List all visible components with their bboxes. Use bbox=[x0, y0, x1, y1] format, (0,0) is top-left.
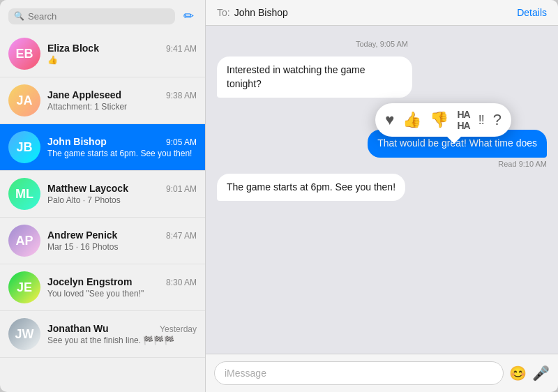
conv-info: Matthew Laycock 9:01 AM Palo Alto · 7 Ph… bbox=[47, 183, 197, 205]
avatar: JW bbox=[8, 318, 40, 350]
conv-time: 9:01 AM bbox=[166, 184, 197, 194]
conv-name: Jane Appleseed bbox=[47, 89, 121, 100]
chat-header-to: To: John Bishop bbox=[217, 7, 288, 18]
conv-time: 9:41 AM bbox=[166, 44, 197, 54]
conv-name: Matthew Laycock bbox=[47, 183, 128, 194]
avatar: EB bbox=[8, 38, 40, 70]
read-status: Read 9:10 AM bbox=[498, 160, 547, 168]
tapback-exclaim-icon[interactable]: ‼ bbox=[478, 113, 485, 128]
conversation-item[interactable]: JA Jane Appleseed 9:38 AM Attachment: 1 … bbox=[0, 77, 205, 124]
messages-area: Today, 9:05 AM Interested in watching th… bbox=[206, 26, 558, 354]
conv-preview: Palo Alto · 7 Photos bbox=[47, 195, 197, 205]
message-row-received2: The game starts at 6pm. See you then! bbox=[217, 174, 547, 202]
conv-preview: Mar 15 · 16 Photos bbox=[47, 242, 197, 252]
conv-preview: You loved "See you then!" bbox=[47, 289, 197, 299]
avatar: ML bbox=[8, 178, 40, 210]
conv-time: Yesterday bbox=[160, 324, 197, 334]
conv-time: 8:30 AM bbox=[166, 278, 197, 287]
recipient-name: John Bishop bbox=[234, 7, 288, 18]
conv-preview: 👍 bbox=[47, 55, 197, 65]
conv-preview: See you at the finish line. 🏁🏁🏁 bbox=[47, 336, 197, 345]
conv-time: 9:05 AM bbox=[166, 137, 197, 147]
search-input[interactable] bbox=[28, 11, 169, 22]
tapback-heart-icon[interactable]: ♥ bbox=[385, 111, 394, 129]
chat-area: To: John Bishop Details Today, 9:05 AM I… bbox=[206, 0, 558, 392]
tapback-thumbsdown-icon[interactable]: 👎 bbox=[430, 111, 448, 129]
conversation-item[interactable]: AP Andrew Penick 8:47 AM Mar 15 · 16 Pho… bbox=[0, 218, 205, 264]
message-row-sent: ♥ 👍 👎 HAHA ‼ ? That would be great! What… bbox=[217, 103, 547, 168]
chat-header: To: John Bishop Details bbox=[206, 0, 558, 26]
tapback-haha-icon[interactable]: HAHA bbox=[457, 109, 469, 131]
tapback-popup: ♥ 👍 👎 HAHA ‼ ? bbox=[375, 103, 511, 137]
dictate-button[interactable]: 🎤 bbox=[532, 365, 550, 382]
conv-name: Eliza Block bbox=[47, 43, 99, 54]
details-button[interactable]: Details bbox=[517, 7, 547, 18]
conversation-item[interactable]: JE Jocelyn Engstrom 8:30 AM You loved "S… bbox=[0, 264, 205, 311]
conversation-item[interactable]: EB Eliza Block 9:41 AM 👍 bbox=[0, 31, 205, 77]
message-input[interactable]: iMessage bbox=[214, 361, 504, 385]
conversation-list: EB Eliza Block 9:41 AM 👍 JA Jane Applese… bbox=[0, 31, 205, 392]
input-area: iMessage 😊 🎤 bbox=[206, 354, 558, 392]
compose-button[interactable]: ✏ bbox=[181, 7, 197, 25]
avatar: JA bbox=[8, 84, 40, 116]
conv-info: Jocelyn Engstrom 8:30 AM You loved "See … bbox=[47, 276, 197, 299]
sidebar: 🔍 ✏ EB Eliza Block 9:41 AM 👍 JA Jane App… bbox=[0, 0, 206, 392]
search-icon: 🔍 bbox=[14, 11, 24, 21]
conv-name: John Bishop bbox=[47, 136, 107, 147]
avatar: AP bbox=[8, 225, 40, 257]
conv-preview: Attachment: 1 Sticker bbox=[47, 102, 197, 112]
avatar: JE bbox=[8, 271, 40, 303]
tapback-thumbsup-icon[interactable]: 👍 bbox=[402, 111, 421, 129]
to-label: To: bbox=[217, 7, 230, 18]
conv-name: Jocelyn Engstrom bbox=[47, 276, 132, 287]
sidebar-header: 🔍 ✏ bbox=[0, 0, 205, 31]
message-row: Interested in watching the game tonight? bbox=[217, 56, 547, 98]
conversation-item[interactable]: JB John Bishop 9:05 AM The game starts a… bbox=[0, 124, 205, 171]
conversation-item[interactable]: JW Jonathan Wu Yesterday See you at the … bbox=[0, 311, 205, 358]
timestamp-label: Today, 9:05 AM bbox=[217, 40, 547, 48]
conv-preview: The game starts at 6pm. See you then! bbox=[47, 149, 197, 158]
conv-info: John Bishop 9:05 AM The game starts at 6… bbox=[47, 136, 197, 158]
tapback-question-icon[interactable]: ? bbox=[493, 111, 502, 129]
emoji-button[interactable]: 😊 bbox=[509, 365, 527, 382]
conv-name: Andrew Penick bbox=[47, 229, 117, 241]
message-bubble-received2: The game starts at 6pm. See you then! bbox=[217, 174, 405, 202]
search-bar[interactable]: 🔍 bbox=[8, 8, 175, 24]
conv-info: Jonathan Wu Yesterday See you at the fin… bbox=[47, 323, 197, 345]
conv-time: 9:38 AM bbox=[166, 91, 197, 100]
conv-name: Jonathan Wu bbox=[47, 323, 109, 334]
conv-time: 8:47 AM bbox=[166, 231, 197, 241]
conversation-item[interactable]: ML Matthew Laycock 9:01 AM Palo Alto · 7… bbox=[0, 171, 205, 218]
message-bubble: Interested in watching the game tonight? bbox=[217, 56, 412, 98]
conv-info: Jane Appleseed 9:38 AM Attachment: 1 Sti… bbox=[47, 89, 197, 112]
conv-info: Andrew Penick 8:47 AM Mar 15 · 16 Photos bbox=[47, 229, 197, 252]
conv-info: Eliza Block 9:41 AM 👍 bbox=[47, 43, 197, 65]
avatar: JB bbox=[8, 131, 40, 163]
